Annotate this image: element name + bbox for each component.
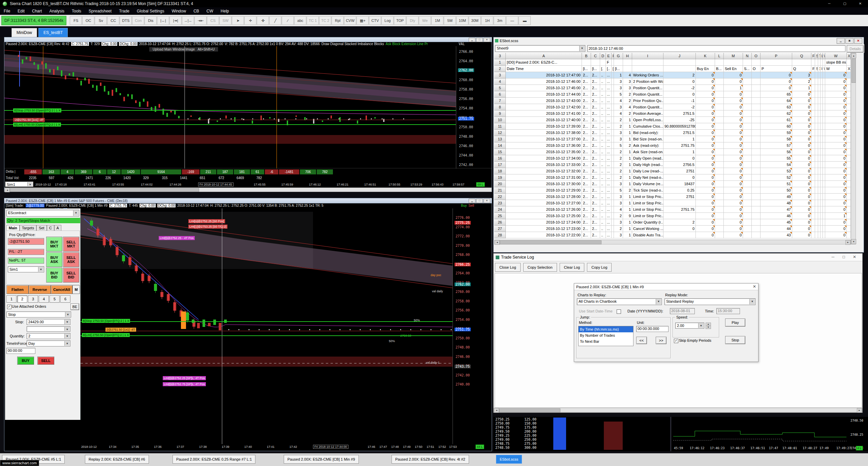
sheet-cell[interactable]: -1 (663, 98, 696, 104)
sheet-cell[interactable]: 2... (582, 206, 591, 213)
scroll-left-icon[interactable]: ◄ (494, 408, 499, 413)
sheet-cell[interactable]: 2... (591, 117, 600, 123)
sheet-cell[interactable]: Bid (read-only): (632, 130, 663, 136)
sheet-cell[interactable] (715, 174, 724, 181)
sheet-cell[interactable] (820, 187, 823, 194)
window-tab-4[interactable]: Paused 2.00X: ESZ8-CME [CB] Rev. 4t #2 (392, 455, 469, 464)
sheet-cell[interactable]: [ (612, 66, 614, 72)
toolbar-button-sv[interactable]: Sv (95, 16, 107, 25)
sheet-cell[interactable] (815, 110, 818, 117)
sheet-cell[interactable] (815, 136, 818, 142)
sheet-cell[interactable]: 2... (582, 130, 591, 136)
window-tab-1[interactable]: Replay 2.00X: ESZ8-CME [CB] #6 (85, 455, 149, 464)
menu-global-settings[interactable]: Global Settings (133, 9, 168, 13)
sheet-cell[interactable]: ... (606, 123, 612, 130)
sheet-cell[interactable]: 2... (582, 181, 591, 187)
order-type-select[interactable]: Stop▼ (6, 311, 71, 318)
sheet-cell[interactable] (612, 174, 614, 181)
sheet-cell[interactable]: 4 (614, 98, 623, 104)
sheet-cell[interactable]: Ask (read-only): (632, 142, 663, 149)
sheet-cell[interactable] (612, 194, 614, 200)
sheet-cell[interactable] (811, 200, 815, 206)
sheet-cell[interactable] (815, 155, 818, 162)
sheet-cell[interactable]: ... (606, 104, 612, 110)
sheet-cell[interactable]: 0 (724, 130, 743, 136)
sheet-cell[interactable] (715, 181, 724, 187)
sheet-cell[interactable]: 2... (582, 194, 591, 200)
toolbar-button-oc[interactable]: OC (82, 16, 94, 25)
sheet-cell[interactable]: 0 (724, 226, 743, 232)
sheet-cell[interactable] (815, 142, 818, 149)
sheet-cell[interactable]: 3 (614, 136, 623, 142)
sheet-cell[interactable]: 0 (724, 181, 743, 187)
sheet-cell[interactable] (847, 187, 851, 194)
sheet-cell[interactable] (743, 104, 752, 110)
toolbar-button-1m[interactable]: 1M (431, 16, 443, 25)
sheet-cell[interactable]: 0 (724, 206, 743, 213)
sheet-cell[interactable]: 1 (663, 149, 696, 155)
sheet-cell[interactable]: 1 (623, 206, 632, 213)
sheet-cell[interactable]: ... (606, 194, 612, 200)
sheet-cell[interactable]: 2751.5 (663, 130, 696, 136)
sheet-cell[interactable]: 2... (582, 155, 591, 162)
jump-method-option[interactable]: By Number of Trades (579, 332, 633, 338)
sheet-cell[interactable]: 54 (761, 162, 792, 168)
sheet-cell[interactable]: 0 (825, 206, 847, 213)
compress-icon[interactable]: ⇥⇤ (194, 16, 207, 25)
sheet-cell[interactable]: 2018-10-12 17:43:00 (506, 98, 582, 104)
sheet-cell[interactable]: 2... (582, 123, 591, 130)
sheet-cell[interactable] (847, 142, 851, 149)
sheet-cell[interactable]: O (752, 66, 761, 72)
sheet-cell[interactable] (715, 136, 724, 142)
sheet-cell[interactable]: 2... (591, 91, 600, 98)
toolbar-button-30m[interactable]: 30M (469, 16, 481, 25)
details-button[interactable]: Details (847, 45, 864, 53)
maximize-button[interactable]: ▢ (837, 0, 852, 7)
sheet-cell[interactable] (815, 219, 818, 226)
sheet-cell[interactable]: 3 (623, 78, 632, 85)
sheet-cell[interactable] (815, 181, 818, 187)
sheet-cell[interactable]: 1 (623, 181, 632, 187)
sheet-cell[interactable]: 52 (761, 174, 792, 181)
sheet-cell[interactable]: 2... (582, 110, 591, 117)
sheet-cell[interactable] (847, 72, 851, 78)
sheet-cell[interactable]: ... (606, 168, 612, 174)
line-style-icon[interactable]: — (506, 16, 518, 25)
sheet-cell[interactable]: 0 (663, 155, 696, 162)
maximize-icon[interactable]: □ (839, 255, 849, 259)
sheet-cell[interactable]: 0 (825, 130, 847, 136)
sheet-cell[interactable]: Buy En (696, 66, 715, 72)
sheet-cell[interactable]: 2... (582, 85, 591, 91)
sheet-cell[interactable]: 0 (724, 136, 743, 142)
close-icon[interactable]: ✕ (484, 38, 490, 42)
sheet-cell[interactable]: 0 (724, 104, 743, 110)
sheet-cell[interactable]: 2... (591, 162, 600, 168)
breakeven-button[interactable]: BE (70, 303, 79, 310)
sheet-cell[interactable]: [ID0] Paused 2.00X: ESZ8-C... (506, 59, 582, 66)
sheet-cell[interactable]: .. (600, 142, 606, 149)
sheet-cell[interactable] (820, 174, 823, 181)
sheet-cell[interactable]: S (815, 66, 818, 72)
sheet-cell[interactable] (591, 59, 600, 66)
sheet-cell[interactable] (811, 72, 815, 78)
sheet-cell[interactable] (612, 142, 614, 149)
sheet-cell[interactable]: 2018-10-12 17:45:00 (506, 85, 582, 91)
sheet-cell[interactable]: 2... (591, 181, 600, 187)
sheet-cell[interactable]: 1 (623, 200, 632, 206)
toolbar-button-cvw[interactable]: CVW (344, 16, 356, 25)
ray-icon[interactable]: ∕ (282, 16, 294, 25)
sheet-cell[interactable]: .. (600, 155, 606, 162)
sheet-cell[interactable]: 2018-10-12 17:33:00 (506, 162, 582, 168)
sheet-cell[interactable] (811, 130, 815, 136)
buy-bid-button[interactable]: BUY BID (46, 268, 62, 282)
sheet-cell[interactable]: 3 (614, 104, 623, 110)
trendline-icon[interactable]: ╱ (269, 16, 281, 25)
sheet-cell[interactable]: .. (600, 194, 606, 200)
sheet-cell[interactable] (612, 78, 614, 85)
stop-order-label[interactable]: B[Stop 2753.50 [Open]0TQ:2 | 1 X (13, 108, 61, 112)
sheet-cell[interactable]: 0 (724, 213, 743, 219)
sheet-cell[interactable] (820, 78, 823, 85)
sheet-cell[interactable]: ... (606, 85, 612, 91)
sheet-cell[interactable] (632, 66, 663, 72)
sheet-cell[interactable]: Limit or Stop Pric... (632, 194, 663, 200)
